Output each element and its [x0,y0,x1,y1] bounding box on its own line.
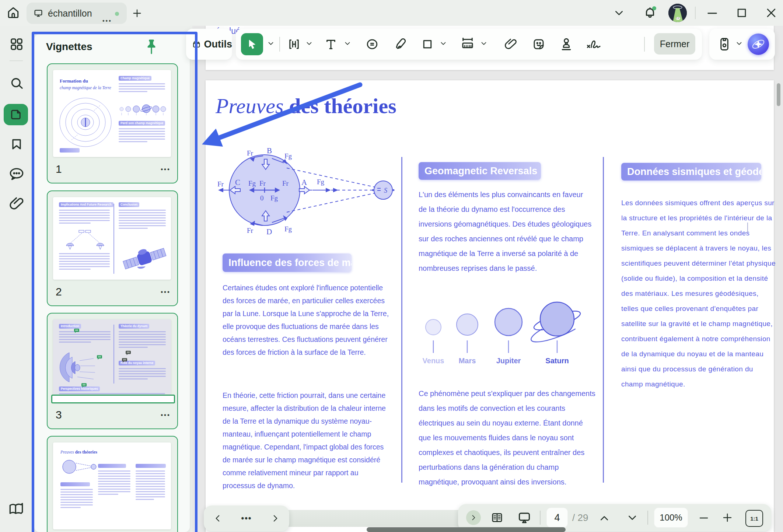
sidebar-handle-dots[interactable]: ••• [102,18,112,24]
thumb3-comment-icon-4 [122,358,127,363]
comments-icon[interactable] [8,167,25,181]
ai-assistant-button[interactable] [748,34,769,55]
pin-icon[interactable] [144,38,159,54]
svg-text:Fg: Fg [317,178,325,186]
main-toolbar: Fermer [236,29,702,60]
thumb3-core-diagram [58,350,102,385]
thumbnail-card-4[interactable]: Preuves des théories 4 ••• [47,436,178,532]
page-title[interactable]: Preuves des théories [216,94,396,118]
notification-bell[interactable] [643,6,657,20]
attachments-icon[interactable] [9,196,24,211]
page-down-icon[interactable] [627,514,638,522]
heading-influence-forces[interactable]: Influence des forces de ma [223,253,352,272]
svg-text:Fg: Fg [270,194,278,202]
svg-text:A: A [301,178,307,187]
thumbnail-menu-3[interactable]: ••• [161,412,171,419]
fermer-button[interactable]: Fermer [654,33,695,55]
thumbnail-card-1[interactable]: Formation du champ magnétique de la Terr… [47,63,178,183]
measure-tool-icon[interactable] [461,37,475,52]
search-icon[interactable] [9,76,24,91]
vertical-scrollbar[interactable] [777,83,780,106]
svg-text:D: D [266,227,272,236]
text-tool-icon[interactable] [324,38,338,51]
planet-label-jupiter: Jupiter [488,357,529,365]
col1-paragraph-1[interactable]: Certaines études ont exploré l'influence… [223,281,393,359]
titlebar-chevron-down-icon[interactable] [614,9,625,18]
save-icon[interactable] [717,37,731,52]
heading-tool-icon[interactable] [287,38,301,51]
grid-view-icon[interactable] [9,37,24,52]
read-mode-icon[interactable] [8,501,24,516]
close-icon[interactable] [765,7,777,19]
page-number-input[interactable]: 4 [546,508,568,528]
tidal-forces-diagram[interactable]: Fr C Fg Fr Fr A Fg 0 Fg B Fr Fg Fr D Fg … [213,146,403,236]
zoom-out-icon[interactable] [698,515,709,521]
thumbnail-page-1[interactable]: Formation du champ magnétique de la Terr… [53,70,171,157]
rail-item-thumbnails-active[interactable] [4,104,28,125]
zoom-in-icon[interactable] [722,512,733,523]
thumbnail-card-2[interactable]: Implications And Future Research Conclus… [47,190,178,306]
actual-size-button[interactable]: 1:1 [745,510,763,527]
text-tool-chevron-icon[interactable] [343,41,352,47]
expand-chevron-icon [470,514,477,521]
thumb3-selection-bar[interactable] [51,395,175,403]
thumb3-heading-4: Perspectives historiques [59,386,100,391]
highlighter-tool-icon[interactable] [394,38,407,51]
fermer-label: Fermer [660,39,690,49]
heading-geomagnetic-reversals[interactable]: Geomagnetic Reversals [419,162,541,180]
tab-title: échantillon [48,8,92,19]
thumbnail-card-3[interactable]: Introduction Perspectives historiques Th… [47,313,178,429]
hscrollbar-thumb[interactable] [367,527,566,532]
select-tool-chevron-icon[interactable] [267,41,275,47]
planet-size-figure[interactable]: Venus Mars Jupiter Saturn [420,293,593,367]
avatar[interactable] [668,4,687,22]
comment-tool-icon[interactable] [366,38,379,51]
status-divider-1 [540,511,541,525]
select-tool-button[interactable] [241,33,263,55]
svg-text:Fr: Fr [259,179,266,187]
nav-next-icon[interactable] [270,514,280,523]
thumbnail-page-4[interactable]: Preuves des théories [53,442,171,529]
attach-tool-icon[interactable] [504,38,517,51]
shape-tool-chevron-icon[interactable] [439,41,447,47]
home-icon[interactable] [6,6,20,20]
thumb4-chip-2 [98,464,126,468]
col3-paragraph-1[interactable]: Les données sismiques offrent des aperçu… [621,195,776,392]
thumbnail-page-3[interactable]: Introduction Perspectives historiques Th… [53,319,171,403]
page-up-icon[interactable] [599,514,610,522]
nav-dots[interactable]: ••• [241,514,252,523]
thumbnail-page-2[interactable]: Implications And Future Research Conclus… [53,197,171,280]
sticker-tool-icon[interactable] [532,38,545,51]
page-4[interactable]: Preuves des théories [206,80,774,532]
svg-text:Fg: Fg [248,179,256,187]
toolbox-icon [192,38,201,50]
status-divider-2 [647,511,648,525]
bookmark-icon[interactable] [9,137,24,152]
minimize-icon[interactable] [706,9,719,18]
zoom-input[interactable]: 100% [654,508,688,528]
presentation-mode-icon[interactable] [517,511,532,525]
svg-text:Fg: Fg [284,152,292,160]
col2-paragraph-2[interactable]: Ce phénomène peut s'expliquer par des ch… [419,386,595,489]
save-chevron-icon[interactable] [735,41,743,47]
text-cursor-caret [747,223,748,233]
heading-donnees-sismiques[interactable]: Données sismiques et géodé [621,163,761,181]
thumbnail-menu-1[interactable]: ••• [161,166,171,173]
col2-paragraph-1[interactable]: L'un des éléments les plus convaincants … [419,187,593,276]
signature-tool-icon[interactable] [586,38,602,51]
unsaved-dot [115,12,119,16]
app-window: de théories plus avancés, notre compréhe… [0,0,783,532]
stamp-tool-icon[interactable] [559,37,573,52]
nav-prev-icon[interactable] [213,514,223,523]
measure-tool-chevron-icon[interactable] [480,41,488,47]
shape-tool-icon[interactable] [421,38,434,51]
expand-status-button[interactable] [466,510,481,525]
two-page-view-icon[interactable] [490,511,504,524]
new-tab-plus-icon[interactable] [132,8,142,18]
heading-tool-chevron-icon[interactable] [305,41,313,47]
document-viewport[interactable]: de théories plus avancés, notre compréhe… [192,0,783,532]
maximize-icon[interactable] [735,7,748,19]
thumbnail-menu-2[interactable]: ••• [161,288,171,296]
col1-paragraph-2[interactable]: En théorie, cette friction pourrait, dan… [223,389,393,492]
tools-panel[interactable]: Outils [186,29,232,60]
